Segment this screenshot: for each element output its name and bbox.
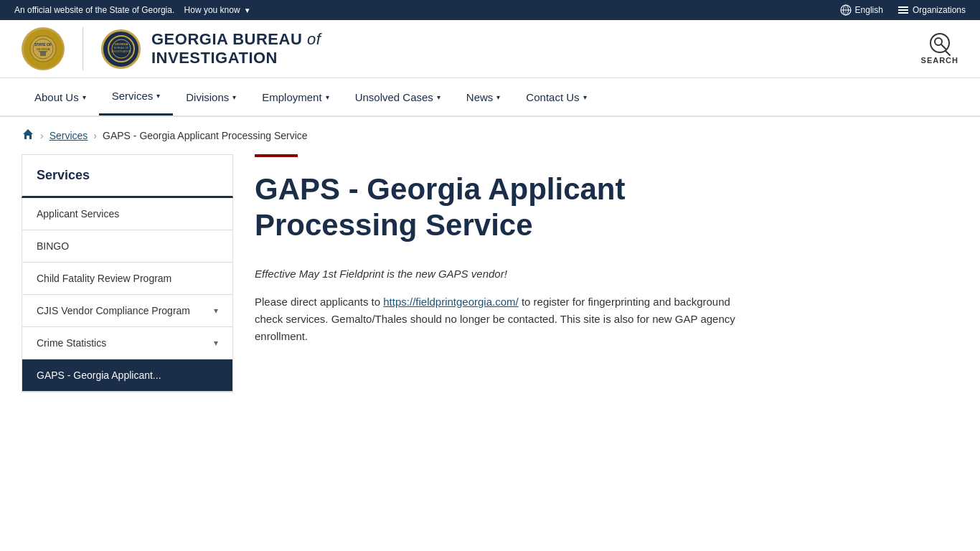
breadcrumb-separator: › — [40, 130, 44, 141]
sidebar-item-applicant-services[interactable]: Applicant Services — [22, 198, 232, 230]
breadcrumb-services-link[interactable]: Services — [50, 130, 88, 141]
lang-org-group: English Organizations — [840, 4, 966, 16]
home-icon[interactable] — [22, 128, 34, 143]
nav-item-unsolved-cases[interactable]: Unsolved Cases ▾ — [342, 78, 453, 116]
svg-rect-4 — [898, 6, 908, 8]
chevron-down-icon: ▾ — [583, 93, 587, 101]
sidebar-item-bingo[interactable]: BINGO — [22, 230, 232, 263]
nav-item-news[interactable]: News ▾ — [453, 78, 514, 116]
top-bar: An official website of the State of Geor… — [0, 0, 980, 20]
list-icon — [897, 4, 909, 16]
accent-line — [255, 154, 298, 157]
site-header: STATE OF GEORGIA GEORGIA BUREAU OF INVES… — [0, 20, 980, 78]
search-icon — [930, 33, 950, 53]
state-seal: STATE OF GEORGIA — [22, 27, 65, 70]
sidebar-item-cjis[interactable]: CJIS Vendor Compliance Program ▾ — [22, 295, 232, 327]
sidebar-menu: Applicant Services BINGO Child Fatality … — [22, 198, 233, 392]
agency-name: GEORGIA BUREAU of INVESTIGATION — [151, 30, 321, 67]
body-text: Please direct applicants to https://fiel… — [255, 293, 757, 345]
globe-icon — [840, 4, 852, 16]
svg-rect-6 — [898, 12, 908, 14]
official-notice: An official website of the State of Geor… — [14, 5, 251, 15]
svg-line-19 — [941, 44, 946, 49]
nav-item-services[interactable]: Services ▾ — [99, 78, 174, 116]
chevron-down-icon: ▾ — [496, 93, 500, 101]
main-content: Services Applicant Services BINGO Child … — [0, 154, 980, 421]
fieldprint-link[interactable]: https://fieldprintgeorgia.com/ — [383, 296, 518, 308]
chevron-down-icon: ▾ — [437, 93, 440, 101]
nav-item-divisions[interactable]: Divisions ▾ — [173, 78, 249, 116]
notice-text: Effective May 1st Fieldprint is the new … — [255, 265, 757, 283]
sidebar-item-crime-statistics[interactable]: Crime Statistics ▾ — [22, 327, 232, 359]
nav-item-employment[interactable]: Employment ▾ — [249, 78, 341, 116]
svg-text:GEORGIA: GEORGIA — [114, 42, 128, 46]
svg-text:GEORGIA: GEORGIA — [37, 47, 50, 51]
breadcrumb-separator: › — [93, 130, 97, 141]
breadcrumb-current: GAPS - Georgia Applicant Processing Serv… — [103, 130, 308, 141]
sidebar: Services Applicant Services BINGO Child … — [22, 154, 233, 392]
organizations-button[interactable]: Organizations — [897, 4, 966, 16]
logo-area: STATE OF GEORGIA GEORGIA BUREAU OF INVES… — [22, 27, 321, 70]
main-navigation: About Us ▾ Services ▾ Divisions ▾ Employ… — [0, 78, 980, 117]
page-content: GAPS - Georgia Applicant Processing Serv… — [255, 154, 757, 392]
sidebar-title: Services — [22, 154, 233, 198]
content-body: Effective May 1st Fieldprint is the new … — [255, 265, 757, 345]
nav-item-about[interactable]: About Us ▾ — [22, 78, 99, 116]
nav-item-contact[interactable]: Contact Us ▾ — [513, 78, 599, 116]
how-you-know-button[interactable]: How you know ▼ — [184, 5, 251, 15]
chevron-down-icon: ▾ — [214, 306, 218, 316]
page-title: GAPS - Georgia Applicant Processing Serv… — [255, 171, 757, 244]
search-button[interactable]: SEARCH — [921, 33, 958, 65]
svg-text:INVESTIGATION: INVESTIGATION — [111, 50, 131, 53]
sidebar-item-child-fatality[interactable]: Child Fatality Review Program — [22, 263, 232, 295]
chevron-down-icon: ▾ — [232, 93, 236, 101]
agency-name-text: GEORGIA BUREAU of INVESTIGATION — [151, 30, 321, 67]
chevron-down-icon: ▼ — [244, 6, 251, 14]
breadcrumb: › Services › GAPS - Georgia Applicant Pr… — [0, 117, 980, 154]
gbi-seal: GEORGIA BUREAU OF INVESTIGATION — [101, 29, 141, 69]
chevron-down-icon: ▾ — [214, 338, 218, 348]
svg-rect-11 — [40, 52, 46, 56]
chevron-down-icon: ▾ — [156, 92, 160, 100]
svg-rect-5 — [898, 9, 908, 11]
nav-list: About Us ▾ Services ▾ Divisions ▾ Employ… — [22, 78, 958, 116]
language-button[interactable]: English — [840, 4, 883, 16]
chevron-down-icon: ▾ — [326, 93, 329, 101]
svg-text:STATE OF: STATE OF — [34, 42, 52, 47]
sidebar-item-gaps[interactable]: GAPS - Georgia Applicant... — [22, 359, 232, 392]
svg-text:BUREAU OF: BUREAU OF — [113, 47, 128, 50]
logo-divider — [83, 27, 83, 70]
chevron-down-icon: ▾ — [83, 93, 86, 101]
svg-rect-12 — [39, 51, 47, 52]
